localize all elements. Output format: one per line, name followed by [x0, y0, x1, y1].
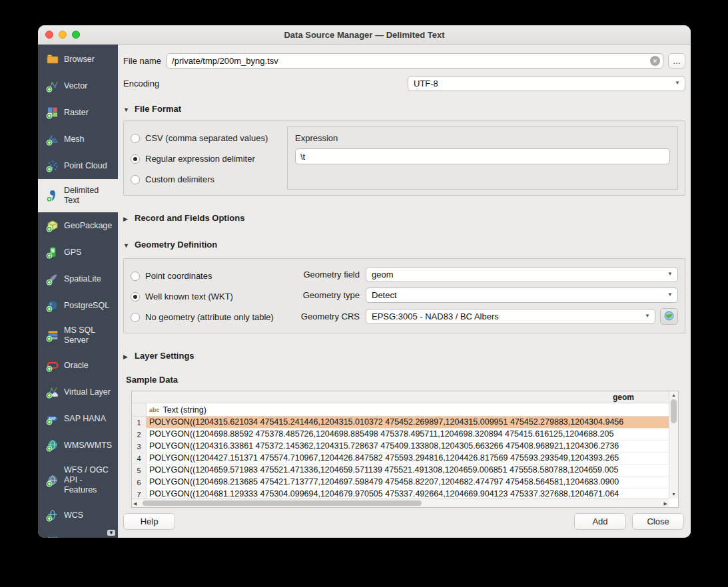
vertical-scroll-thumb[interactable]	[671, 399, 677, 423]
geom-cell[interactable]: POLYGON((1204698.213685 475421.713777,12…	[147, 477, 669, 488]
geom-cell[interactable]: POLYGON((1204316.33861 475372.145362,120…	[147, 441, 669, 452]
expand-caret-icon[interactable]	[123, 349, 130, 361]
crs-picker-button[interactable]	[660, 308, 678, 325]
geom-cell[interactable]: POLYGON((1204698.88592 475378.485726,120…	[147, 429, 669, 440]
geometry-option-1[interactable]: Well known text (WKT)	[131, 286, 296, 307]
file-format-option-1[interactable]: Regular expression delimiter	[131, 148, 287, 169]
scroll-right-icon[interactable]	[664, 500, 667, 507]
collapse-caret-icon[interactable]	[123, 102, 130, 114]
clear-input-icon[interactable]	[650, 56, 660, 66]
geom-cell[interactable]: POLYGON((1204681.129333 475304.099694,12…	[147, 489, 669, 498]
geometry-field-select[interactable]: geom	[366, 267, 678, 282]
geometry-crs-row: Geometry CRS EPSG:3005 - NAD83 / BC Albe…	[296, 308, 678, 325]
sidebar-item-delimited-text[interactable]: Delimited Text	[38, 179, 118, 212]
radio-button-icon[interactable]	[131, 272, 140, 281]
sidebar-item-vector[interactable]: Vector	[38, 73, 118, 99]
sidebar-item-geopackage[interactable]: GeoPackage	[38, 212, 118, 239]
geometry-type-select[interactable]: Detect	[366, 288, 678, 303]
sidebar-item-wfs-ogc-api-features[interactable]: WFS / OGC API - Features	[38, 459, 118, 502]
wfs-icon	[46, 474, 59, 487]
vertical-scrollbar[interactable]	[669, 391, 678, 498]
data-source-manager-window: Data Source Manager — Delimited Text Bro…	[38, 25, 691, 538]
radio-button-icon[interactable]	[131, 175, 140, 184]
sidebar-item-label: Browser	[64, 55, 95, 65]
sidebar-item-virtual-layer[interactable]: Virtual Layer	[38, 379, 118, 405]
sidebar-item-label: Point Cloud	[64, 161, 107, 171]
spatialite-icon	[46, 272, 59, 286]
add-button[interactable]: Add	[574, 513, 626, 530]
sidebar-item-label: PostgreSQL	[64, 301, 109, 311]
sidebar-item-label: WFS / OGC API - Features	[64, 465, 115, 495]
sidebar-item-gps[interactable]: GPS	[38, 239, 118, 266]
radio-button-icon[interactable]	[131, 154, 140, 164]
sidebar-item-point-cloud[interactable]: Point Cloud	[38, 152, 118, 179]
encoding-select[interactable]: UTF-8	[408, 76, 685, 91]
scroll-left-icon[interactable]	[133, 500, 137, 507]
file-name-input[interactable]	[167, 53, 663, 69]
mesh-icon	[46, 132, 59, 146]
geopackage-icon	[46, 219, 59, 232]
sidebar-scroll-down-icon[interactable]	[107, 525, 116, 537]
field-header-row: abc Text (string)	[132, 403, 669, 417]
table-row[interactable]: 7POLYGON((1204681.129333 475304.099694,1…	[132, 489, 669, 498]
sidebar-item-mesh[interactable]: Mesh	[38, 126, 118, 152]
file-format-option-2[interactable]: Custom delimiters	[131, 169, 287, 190]
geometry-crs-select[interactable]: EPSG:3005 - NAD83 / BC Albers	[366, 309, 655, 324]
section-file-format[interactable]: File Format	[123, 102, 685, 114]
encoding-value: UTF-8	[414, 79, 438, 89]
wms-icon	[46, 439, 59, 452]
horizontal-scrollbar[interactable]	[132, 498, 669, 507]
close-window-button[interactable]	[45, 31, 53, 39]
section-layer-settings[interactable]: Layer Settings	[123, 349, 685, 361]
expand-caret-icon[interactable]	[123, 212, 130, 224]
table-row[interactable]: 4POLYGON((1204427.151371 475574.710967,1…	[132, 453, 669, 465]
horizontal-scroll-thumb[interactable]	[143, 500, 422, 506]
sidebar-item-browser[interactable]: Browser	[38, 46, 118, 73]
geometry-type-value: Detect	[372, 290, 397, 300]
row-number: 2	[132, 429, 147, 440]
geom-cell[interactable]: POLYGON((1204427.151371 475574.710967,12…	[147, 453, 669, 464]
sidebar-item-raster[interactable]: Raster	[38, 99, 118, 126]
expression-input[interactable]	[295, 148, 670, 164]
file-format-option-0[interactable]: CSV (comma separated values)	[131, 128, 287, 148]
close-button[interactable]: Close	[632, 513, 684, 530]
vector-icon	[46, 79, 59, 93]
table-row[interactable]: 2POLYGON((1204698.88592 475378.485726,12…	[132, 429, 669, 441]
titlebar[interactable]: Data Source Manager — Delimited Text	[38, 25, 691, 45]
table-row[interactable]: 3POLYGON((1204316.33861 475372.145362,12…	[132, 441, 669, 453]
sidebar-item-oracle[interactable]: Oracle	[38, 352, 118, 379]
sidebar-item-spatialite[interactable]: SpatiaLite	[38, 266, 118, 292]
sidebar-item-ms-sql-server[interactable]: MS SQL Server	[38, 319, 118, 352]
section-record-fields[interactable]: Record and Fields Options	[123, 212, 685, 224]
geometry-option-0[interactable]: Point coordinates	[131, 266, 296, 286]
table-header[interactable]: geom	[132, 391, 669, 403]
scroll-down-icon[interactable]	[669, 491, 678, 498]
radio-button-icon[interactable]	[131, 313, 140, 322]
sidebar-item-sap-hana[interactable]: SAPSAP HANA	[38, 405, 118, 432]
sidebar-item-label: Delimited Text	[64, 186, 115, 206]
sidebar-item-postgresql[interactable]: PostgreSQL	[38, 292, 118, 319]
section-label: Layer Settings	[135, 351, 194, 361]
sample-data-label: Sample Data	[126, 375, 685, 385]
desktop-background: Data Source Manager — Delimited Text Bro…	[0, 0, 728, 587]
browse-button[interactable]: …	[668, 53, 685, 69]
radio-button-icon[interactable]	[131, 292, 140, 301]
sidebar-item-wms-wmts[interactable]: WMS/WMTS	[38, 432, 118, 459]
geometry-option-2[interactable]: No geometry (attribute only table)	[131, 307, 296, 327]
table-row[interactable]: 6POLYGON((1204698.213685 475421.713777,1…	[132, 477, 669, 489]
collapse-caret-icon[interactable]	[123, 238, 130, 250]
radio-button-icon[interactable]	[131, 134, 140, 143]
main-content: File name … Encoding UTF-8 File Format	[118, 45, 691, 538]
table-row[interactable]: 5POLYGON((1204659.571983 475521.471336,1…	[132, 465, 669, 477]
column-header-geom[interactable]: geom	[132, 391, 669, 403]
geom-cell[interactable]: POLYGON((1204659.571983 475521.471336,12…	[147, 465, 669, 476]
geom-cell[interactable]: POLYGON((1204315.621034 475415.241446,12…	[147, 417, 669, 428]
zoom-window-button[interactable]	[72, 31, 80, 39]
sidebar-item-wcs[interactable]: WCS	[38, 502, 118, 528]
table-row[interactable]: 1POLYGON((1204315.621034 475415.241446,1…	[132, 417, 669, 429]
scroll-up-icon[interactable]	[669, 392, 678, 399]
help-button[interactable]: Help	[123, 513, 175, 530]
minimize-window-button[interactable]	[59, 31, 67, 39]
sidebar-item-xyz[interactable]: XYZ	[38, 528, 118, 538]
section-geometry-definition[interactable]: Geometry Definition	[123, 238, 685, 250]
